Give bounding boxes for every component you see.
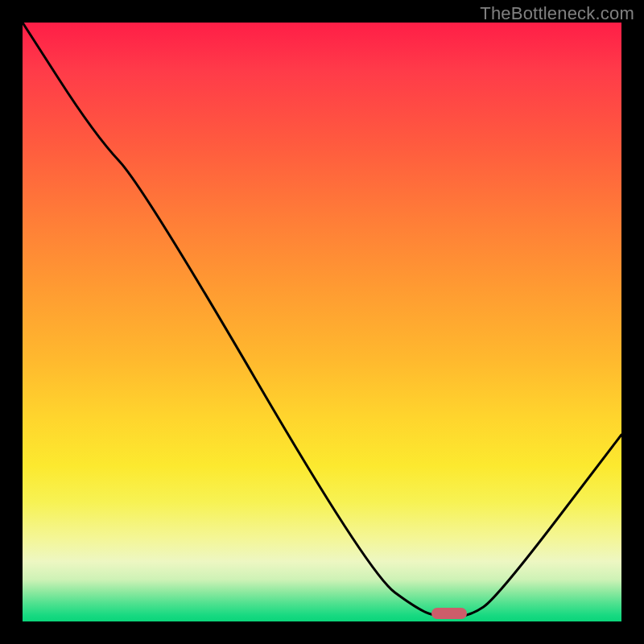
plot-area	[23, 23, 621, 621]
chart-frame: TheBottleneck.com	[0, 0, 644, 644]
watermark-text: TheBottleneck.com	[480, 3, 634, 24]
bottleneck-curve	[23, 23, 621, 621]
optimal-marker	[431, 608, 467, 619]
curve-path	[23, 23, 621, 617]
